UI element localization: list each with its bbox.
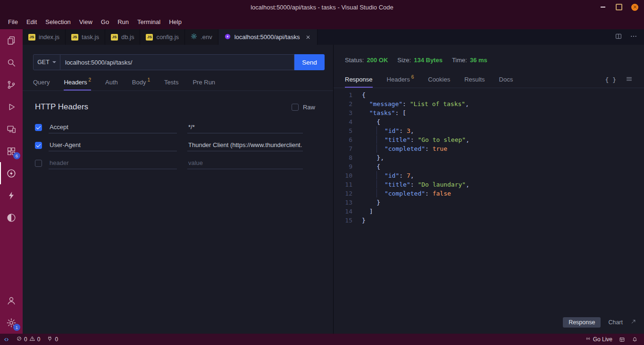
tab-index-js[interactable]: JS index.js xyxy=(23,29,66,45)
header-checkbox[interactable] xyxy=(35,124,42,131)
response-status-row: Status:200 OK Size:134 Bytes Time:36 ms xyxy=(345,57,633,64)
warning-triangle-icon xyxy=(29,336,35,343)
activity-bar-spacer xyxy=(0,229,23,289)
js-file-icon: JS xyxy=(111,34,118,41)
extensions-icon[interactable]: 6 xyxy=(0,140,23,162)
header-value-input[interactable] xyxy=(187,121,303,133)
bell-icon[interactable] xyxy=(628,334,641,345)
menu-item-terminal[interactable]: Terminal xyxy=(133,16,165,27)
run-debug-icon[interactable] xyxy=(0,96,23,118)
editor-content: JS index.js JS task.js JS db.js JS confi… xyxy=(23,29,644,334)
thunder-client-icon[interactable] xyxy=(0,162,23,184)
js-file-icon: JS xyxy=(71,34,78,41)
raw-toggle[interactable]: Raw xyxy=(292,104,315,111)
send-button[interactable]: Send xyxy=(294,54,325,70)
section-title: HTTP Headers xyxy=(35,102,88,112)
problems-indicator[interactable]: 0 0 xyxy=(13,334,43,345)
menu-item-edit[interactable]: Edit xyxy=(22,16,41,27)
header-checkbox[interactable] xyxy=(35,160,42,167)
header-name-input[interactable] xyxy=(49,157,177,169)
ports-indicator[interactable]: 0 xyxy=(43,334,61,345)
code-text: "title": "Go to sleep", xyxy=(362,135,469,144)
header-value-input[interactable] xyxy=(187,139,303,151)
code-text: "id": 3, xyxy=(362,126,414,135)
minimize-icon[interactable] xyxy=(599,3,607,11)
code-line: 15} xyxy=(340,216,644,225)
raw-label: Raw xyxy=(303,104,315,111)
split-editor-icon[interactable] xyxy=(615,33,622,42)
code-line: 1{ xyxy=(340,90,644,99)
remote-explorer-icon[interactable] xyxy=(0,118,23,140)
code-line: 4 { xyxy=(340,117,644,126)
search-icon[interactable] xyxy=(0,51,23,74)
tab-response[interactable]: Response xyxy=(345,72,373,88)
tab-query[interactable]: Query xyxy=(33,75,50,90)
maximize-icon[interactable] xyxy=(615,3,623,11)
activity-bar: 6 1 xyxy=(0,29,23,334)
accounts-icon[interactable] xyxy=(0,289,23,312)
tab-results[interactable]: Results xyxy=(464,72,485,88)
menu-lines-icon[interactable] xyxy=(626,75,633,84)
method-select[interactable]: GET xyxy=(33,54,60,70)
header-name-input[interactable] xyxy=(49,121,177,133)
tab-env[interactable]: .env xyxy=(185,29,218,45)
size-label: Size: xyxy=(397,57,411,64)
tab-docs[interactable]: Docs xyxy=(499,72,513,88)
more-actions-icon[interactable] xyxy=(630,33,637,42)
expand-icon[interactable] xyxy=(630,318,636,327)
code-line: 7 "completed": true xyxy=(340,144,644,153)
tab-cookies[interactable]: Cookies xyxy=(428,72,450,88)
code-line: 2 "message": "List of tasks", xyxy=(340,99,644,108)
menu-item-help[interactable]: Help xyxy=(165,16,186,27)
lightning-icon[interactable] xyxy=(0,184,23,206)
chart-view-button[interactable]: Chart xyxy=(608,319,623,326)
status-label: Status: xyxy=(345,57,364,64)
table-grid-icon[interactable] xyxy=(616,334,628,345)
menu-item-go[interactable]: Go xyxy=(97,16,113,27)
tab-pre-run[interactable]: Pre Run xyxy=(192,75,215,90)
header-value-input[interactable] xyxy=(187,157,303,169)
statusbar: 0 0 0 Go Live xyxy=(0,334,644,345)
tab-label: task.js xyxy=(82,33,99,41)
thunder-client-tab-icon xyxy=(224,33,231,41)
tab-headers[interactable]: Headers2 xyxy=(64,75,91,90)
tab-close-icon[interactable] xyxy=(305,34,311,41)
tab-tests[interactable]: Tests xyxy=(164,75,178,90)
close-icon[interactable] xyxy=(631,4,638,11)
error-count: 0 xyxy=(24,336,27,343)
menu-item-file[interactable]: File xyxy=(4,16,22,27)
tab-task-js[interactable]: JS task.js xyxy=(66,29,105,45)
settings-gear-icon[interactable]: 1 xyxy=(0,312,23,334)
tab-label: .env xyxy=(201,33,212,41)
vscode-window: localhost:5000/api/tasks - tasks - Visua… xyxy=(0,0,644,345)
raw-checkbox[interactable] xyxy=(292,104,299,111)
menubar: File Edit Selection View Go Run Terminal… xyxy=(0,14,644,29)
response-view-button[interactable]: Response xyxy=(563,317,601,328)
header-rows xyxy=(35,118,321,172)
tab-db-js[interactable]: JS db.js xyxy=(105,29,140,45)
format-json-icon[interactable]: { } xyxy=(605,76,616,83)
chevron-down-icon xyxy=(52,61,56,63)
remote-indicator-icon[interactable] xyxy=(0,334,13,345)
code-lines: 1{2 "message": "List of tasks",3 "tasks"… xyxy=(334,90,644,334)
header-name-input[interactable] xyxy=(49,139,177,151)
tab-config-js[interactable]: JS config.js xyxy=(140,29,185,45)
source-control-icon[interactable] xyxy=(0,74,23,96)
crescent-icon[interactable] xyxy=(0,206,23,229)
menu-item-view[interactable]: View xyxy=(75,16,97,27)
tab-thunder-request[interactable]: localhost:5000/api/tasks xyxy=(218,29,318,45)
go-live-button[interactable]: Go Live xyxy=(582,334,616,345)
tab-body[interactable]: Body1 xyxy=(132,75,150,90)
header-checkbox[interactable] xyxy=(35,142,42,149)
url-input[interactable] xyxy=(60,54,294,70)
request-panel: GET Send Query Headers2 Auth Body1 Tests… xyxy=(23,45,334,334)
tab-auth[interactable]: Auth xyxy=(105,75,118,90)
tab-response-headers[interactable]: Headers6 xyxy=(387,72,414,88)
code-line: 8 }, xyxy=(340,153,644,162)
line-number: 13 xyxy=(340,198,352,207)
menu-item-run[interactable]: Run xyxy=(113,16,133,27)
header-row xyxy=(35,136,321,154)
menu-item-selection[interactable]: Selection xyxy=(41,16,75,27)
main-row: 6 1 JS xyxy=(0,29,644,334)
explorer-icon[interactable] xyxy=(0,29,23,51)
